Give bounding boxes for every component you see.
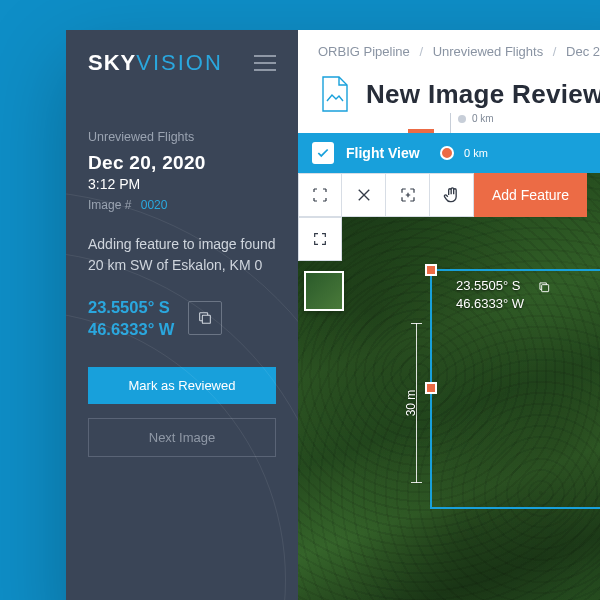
breadcrumb: ORBIG Pipeline / Unreviewed Flights / De… [298, 30, 600, 69]
brand-part1: SKY [88, 50, 136, 75]
brand-part2: VISION [136, 50, 223, 75]
app-window: SKYVISION Unreviewed Flights Dec 20, 202… [66, 30, 600, 600]
page-title: New Image Review [366, 79, 600, 110]
sidebar-date: Dec 20, 2020 [88, 152, 276, 174]
menu-icon[interactable] [254, 55, 276, 71]
page-title-row: New Image Review [298, 69, 600, 133]
overlay-lat: 23.5505° S [456, 277, 524, 295]
image-file-icon [318, 75, 352, 113]
map-canvas[interactable]: Add Feature 23.5505° S 46.6333° W [298, 173, 600, 600]
vertical-scale-label: 30 m [404, 390, 418, 417]
vertical-scale: 30 m [406, 323, 426, 483]
breadcrumb-item[interactable]: ORBIG Pipeline [318, 44, 410, 59]
main-panel: ORBIG Pipeline / Unreviewed Flights / De… [298, 30, 600, 600]
km-indicator-bar: 0 km [440, 133, 488, 173]
resize-handle-icon[interactable] [425, 382, 437, 394]
breadcrumb-item[interactable]: Unreviewed Flights [433, 44, 544, 59]
svg-rect-1 [542, 285, 549, 292]
sidebar: SKYVISION Unreviewed Flights Dec 20, 202… [66, 30, 298, 600]
km-indicator-top: 0 km [458, 113, 494, 124]
add-feature-button[interactable]: Add Feature [474, 173, 587, 217]
image-number: 0020 [141, 198, 168, 212]
brand-logo: SKYVISION [88, 50, 223, 76]
map-coordinate-overlay: 23.5505° S 46.6333° W [456, 277, 554, 313]
flight-view-bar: Flight View 0 km [298, 133, 600, 173]
position-dot-icon[interactable] [440, 146, 454, 160]
overlay-lon: 46.6333° W [456, 295, 524, 313]
flight-view-label: Flight View [346, 145, 420, 161]
tool-pan-icon[interactable] [430, 173, 474, 217]
sidebar-section-label: Unreviewed Flights [88, 130, 276, 144]
resize-handle-icon[interactable] [425, 264, 437, 276]
flight-view-checkbox[interactable] [312, 142, 334, 164]
tool-fullscreen-icon[interactable] [298, 217, 342, 261]
tool-close-icon[interactable] [342, 173, 386, 217]
breadcrumb-item[interactable]: Dec 20, 2020 [566, 44, 600, 59]
tool-select-icon[interactable] [298, 173, 342, 217]
copy-overlay-coord-button[interactable] [534, 277, 554, 297]
tool-expand-icon[interactable] [386, 173, 430, 217]
layer-thumbnail[interactable] [304, 271, 344, 311]
sidebar-time: 3:12 PM [88, 176, 276, 192]
